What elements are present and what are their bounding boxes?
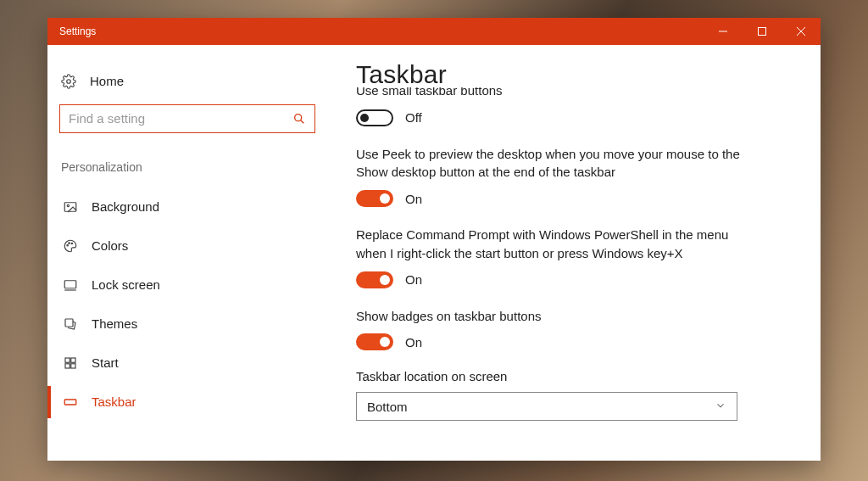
search-input[interactable] xyxy=(69,111,292,126)
close-icon xyxy=(797,27,805,36)
sidebar-nav: Background Colors Lock screen xyxy=(59,187,315,422)
sidebar: Home Personalization Background xyxy=(47,45,327,461)
svg-point-11 xyxy=(71,243,73,244)
minimize-icon xyxy=(719,27,727,36)
search-icon xyxy=(292,112,306,126)
sidebar-item-start[interactable]: Start xyxy=(47,344,315,383)
sidebar-home-label: Home xyxy=(90,74,124,88)
sidebar-section-label: Personalization xyxy=(59,160,315,187)
toggle-label: On xyxy=(405,272,422,287)
toggle-peek[interactable] xyxy=(356,190,393,207)
sidebar-item-label: Taskbar xyxy=(92,394,136,409)
lock-screen-icon xyxy=(63,277,78,293)
window-body: Home Personalization Background xyxy=(47,45,821,461)
sidebar-home[interactable]: Home xyxy=(59,69,315,104)
toggle-small-buttons[interactable] xyxy=(356,109,393,126)
svg-point-9 xyxy=(67,244,69,246)
setting-badges: Show badges on taskbar buttons On xyxy=(356,307,783,351)
setting-desc: Show badges on taskbar buttons xyxy=(356,307,746,326)
sidebar-item-label: Themes xyxy=(92,316,137,331)
search-wrap[interactable] xyxy=(59,104,315,133)
svg-rect-18 xyxy=(71,363,75,367)
svg-rect-16 xyxy=(71,358,75,362)
svg-point-8 xyxy=(67,204,69,206)
toggle-powershell[interactable] xyxy=(356,271,393,288)
toggle-label: On xyxy=(405,192,422,206)
toggle-badges[interactable] xyxy=(356,333,393,350)
svg-rect-12 xyxy=(64,280,76,288)
svg-rect-15 xyxy=(65,358,70,362)
settings-window: Settings Home Perso xyxy=(47,18,821,461)
sidebar-item-label: Lock screen xyxy=(92,277,160,292)
sidebar-item-label: Start xyxy=(92,355,119,370)
minimize-button[interactable] xyxy=(704,18,743,45)
setting-desc: Replace Command Prompt with Windows Powe… xyxy=(356,226,746,263)
sidebar-item-themes[interactable]: Themes xyxy=(47,305,315,344)
chevron-down-icon xyxy=(715,400,726,414)
content: Taskbar Use small taskbar buttons Off Us… xyxy=(327,45,821,461)
sidebar-item-lock-screen[interactable]: Lock screen xyxy=(47,266,315,305)
clipped-setting-label: Use small taskbar buttons xyxy=(356,87,783,104)
window-title: Settings xyxy=(59,25,704,37)
svg-rect-1 xyxy=(759,27,766,35)
svg-rect-19 xyxy=(64,400,76,405)
sidebar-item-background[interactable]: Background xyxy=(47,187,315,227)
setting-peek: Use Peek to preview the desktop when you… xyxy=(356,145,783,208)
maximize-button[interactable] xyxy=(743,18,782,45)
start-icon xyxy=(63,355,78,371)
sidebar-item-label: Colors xyxy=(92,238,128,253)
location-value: Bottom xyxy=(367,400,408,414)
themes-icon xyxy=(63,316,78,332)
toggle-label: Off xyxy=(405,110,422,125)
setting-powershell: Replace Command Prompt with Windows Powe… xyxy=(356,226,783,288)
setting-small-buttons: Off xyxy=(356,109,783,126)
title-bar: Settings xyxy=(47,18,821,45)
svg-point-10 xyxy=(69,242,70,243)
location-label: Taskbar location on screen xyxy=(356,369,783,383)
toggle-label: On xyxy=(405,335,422,350)
maximize-icon xyxy=(758,27,766,36)
svg-point-5 xyxy=(295,114,302,120)
svg-rect-14 xyxy=(65,319,73,327)
sidebar-item-taskbar[interactable]: Taskbar xyxy=(47,383,315,422)
sidebar-item-colors[interactable]: Colors xyxy=(47,227,315,266)
close-button[interactable] xyxy=(782,18,821,45)
location-select[interactable]: Bottom xyxy=(356,392,737,421)
sidebar-item-label: Background xyxy=(92,199,159,214)
picture-icon xyxy=(63,199,78,215)
gear-icon xyxy=(61,74,76,89)
svg-rect-17 xyxy=(65,363,70,367)
taskbar-icon xyxy=(63,394,78,410)
palette-icon xyxy=(63,238,78,254)
svg-point-4 xyxy=(67,79,71,83)
svg-line-6 xyxy=(301,120,304,123)
page-title: Taskbar xyxy=(356,60,783,89)
setting-desc: Use Peek to preview the desktop when you… xyxy=(356,145,746,182)
